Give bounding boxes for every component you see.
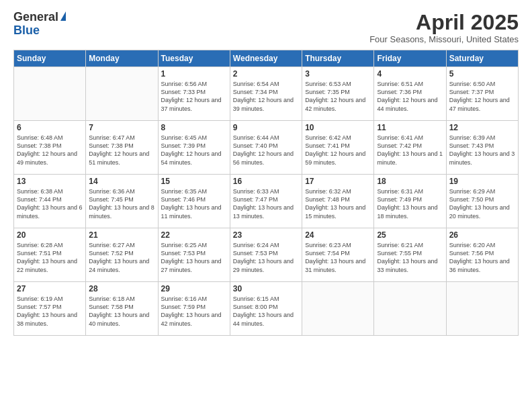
table-row: 4Sunrise: 6:51 AM Sunset: 7:36 PM Daylig… bbox=[374, 67, 446, 121]
logo-blue-text: Blue bbox=[13, 24, 40, 38]
table-row bbox=[374, 282, 446, 336]
cell-date-number: 14 bbox=[89, 177, 154, 186]
calendar-table: Sunday Monday Tuesday Wednesday Thursday… bbox=[13, 50, 519, 336]
subtitle: Four Seasons, Missouri, United States bbox=[369, 34, 519, 44]
cell-info-text: Sunrise: 6:50 AM Sunset: 7:37 PM Dayligh… bbox=[449, 80, 515, 113]
table-row: 6Sunrise: 6:48 AM Sunset: 7:38 PM Daylig… bbox=[14, 121, 86, 175]
table-row: 13Sunrise: 6:38 AM Sunset: 7:44 PM Dayli… bbox=[14, 175, 86, 228]
calendar-week-row: 20Sunrise: 6:28 AM Sunset: 7:51 PM Dayli… bbox=[14, 228, 519, 282]
col-thursday: Thursday bbox=[302, 50, 374, 67]
table-row: 22Sunrise: 6:25 AM Sunset: 7:53 PM Dayli… bbox=[158, 228, 230, 282]
table-row: 8Sunrise: 6:45 AM Sunset: 7:39 PM Daylig… bbox=[158, 121, 230, 175]
cell-info-text: Sunrise: 6:24 AM Sunset: 7:53 PM Dayligh… bbox=[233, 241, 299, 274]
cell-date-number: 7 bbox=[89, 123, 154, 132]
cell-info-text: Sunrise: 6:45 AM Sunset: 7:39 PM Dayligh… bbox=[161, 134, 227, 167]
cell-date-number: 29 bbox=[161, 284, 227, 293]
cell-info-text: Sunrise: 6:25 AM Sunset: 7:53 PM Dayligh… bbox=[161, 241, 227, 274]
cell-date-number: 24 bbox=[305, 230, 371, 240]
cell-date-number: 5 bbox=[449, 69, 515, 79]
table-row: 1Sunrise: 6:56 AM Sunset: 7:33 PM Daylig… bbox=[158, 67, 230, 121]
cell-date-number: 23 bbox=[233, 230, 299, 240]
header: General Blue April 2025 Four Seasons, Mi… bbox=[13, 11, 519, 44]
cell-date-number: 21 bbox=[89, 230, 154, 240]
table-row: 10Sunrise: 6:42 AM Sunset: 7:41 PM Dayli… bbox=[302, 121, 374, 175]
cell-date-number: 15 bbox=[161, 177, 227, 186]
cell-date-number: 27 bbox=[17, 284, 83, 293]
table-row: 21Sunrise: 6:27 AM Sunset: 7:52 PM Dayli… bbox=[86, 228, 158, 282]
cell-info-text: Sunrise: 6:35 AM Sunset: 7:46 PM Dayligh… bbox=[161, 187, 227, 220]
table-row bbox=[14, 67, 86, 121]
cell-info-text: Sunrise: 6:33 AM Sunset: 7:47 PM Dayligh… bbox=[233, 187, 299, 220]
cell-info-text: Sunrise: 6:36 AM Sunset: 7:45 PM Dayligh… bbox=[89, 187, 154, 220]
cell-info-text: Sunrise: 6:15 AM Sunset: 8:00 PM Dayligh… bbox=[233, 295, 299, 328]
table-row: 25Sunrise: 6:21 AM Sunset: 7:55 PM Dayli… bbox=[374, 228, 446, 282]
table-row: 30Sunrise: 6:15 AM Sunset: 8:00 PM Dayli… bbox=[230, 282, 302, 336]
calendar-week-row: 27Sunrise: 6:19 AM Sunset: 7:57 PM Dayli… bbox=[14, 282, 519, 336]
col-monday: Monday bbox=[86, 50, 158, 67]
table-row: 20Sunrise: 6:28 AM Sunset: 7:51 PM Dayli… bbox=[14, 228, 86, 282]
cell-info-text: Sunrise: 6:28 AM Sunset: 7:51 PM Dayligh… bbox=[17, 241, 83, 274]
cell-info-text: Sunrise: 6:32 AM Sunset: 7:48 PM Dayligh… bbox=[305, 187, 371, 220]
cell-date-number: 1 bbox=[161, 69, 227, 79]
month-title: April 2025 bbox=[369, 11, 519, 34]
table-row: 19Sunrise: 6:29 AM Sunset: 7:50 PM Dayli… bbox=[446, 175, 518, 228]
table-row: 18Sunrise: 6:31 AM Sunset: 7:49 PM Dayli… bbox=[374, 175, 446, 228]
calendar-week-row: 1Sunrise: 6:56 AM Sunset: 7:33 PM Daylig… bbox=[14, 67, 519, 121]
cell-date-number: 3 bbox=[305, 69, 371, 79]
cell-info-text: Sunrise: 6:19 AM Sunset: 7:57 PM Dayligh… bbox=[17, 295, 83, 328]
cell-info-text: Sunrise: 6:39 AM Sunset: 7:43 PM Dayligh… bbox=[449, 134, 515, 167]
table-row: 14Sunrise: 6:36 AM Sunset: 7:45 PM Dayli… bbox=[86, 175, 158, 228]
table-row: 7Sunrise: 6:47 AM Sunset: 7:38 PM Daylig… bbox=[86, 121, 158, 175]
cell-info-text: Sunrise: 6:38 AM Sunset: 7:44 PM Dayligh… bbox=[17, 187, 83, 220]
cell-info-text: Sunrise: 6:21 AM Sunset: 7:55 PM Dayligh… bbox=[377, 241, 443, 274]
cell-date-number: 6 bbox=[17, 123, 83, 132]
logo: General Blue bbox=[13, 11, 66, 38]
cell-info-text: Sunrise: 6:41 AM Sunset: 7:42 PM Dayligh… bbox=[377, 134, 443, 167]
cell-info-text: Sunrise: 6:48 AM Sunset: 7:38 PM Dayligh… bbox=[17, 134, 83, 167]
cell-info-text: Sunrise: 6:29 AM Sunset: 7:50 PM Dayligh… bbox=[449, 187, 515, 220]
table-row: 11Sunrise: 6:41 AM Sunset: 7:42 PM Dayli… bbox=[374, 121, 446, 175]
cell-info-text: Sunrise: 6:27 AM Sunset: 7:52 PM Dayligh… bbox=[89, 241, 154, 274]
cell-date-number: 9 bbox=[233, 123, 299, 132]
col-tuesday: Tuesday bbox=[158, 50, 230, 67]
page: General Blue April 2025 Four Seasons, Mi… bbox=[0, 0, 532, 411]
table-row: 17Sunrise: 6:32 AM Sunset: 7:48 PM Dayli… bbox=[302, 175, 374, 228]
cell-info-text: Sunrise: 6:23 AM Sunset: 7:54 PM Dayligh… bbox=[305, 241, 371, 274]
cell-info-text: Sunrise: 6:31 AM Sunset: 7:49 PM Dayligh… bbox=[377, 187, 443, 220]
table-row: 3Sunrise: 6:53 AM Sunset: 7:35 PM Daylig… bbox=[302, 67, 374, 121]
table-row: 5Sunrise: 6:50 AM Sunset: 7:37 PM Daylig… bbox=[446, 67, 518, 121]
cell-date-number: 25 bbox=[377, 230, 443, 240]
table-row bbox=[86, 67, 158, 121]
calendar-week-row: 13Sunrise: 6:38 AM Sunset: 7:44 PM Dayli… bbox=[14, 175, 519, 228]
cell-info-text: Sunrise: 6:54 AM Sunset: 7:34 PM Dayligh… bbox=[233, 80, 299, 113]
table-row: 24Sunrise: 6:23 AM Sunset: 7:54 PM Dayli… bbox=[302, 228, 374, 282]
cell-date-number: 30 bbox=[233, 284, 299, 293]
cell-info-text: Sunrise: 6:53 AM Sunset: 7:35 PM Dayligh… bbox=[305, 80, 371, 113]
cell-info-text: Sunrise: 6:44 AM Sunset: 7:40 PM Dayligh… bbox=[233, 134, 299, 167]
cell-info-text: Sunrise: 6:42 AM Sunset: 7:41 PM Dayligh… bbox=[305, 134, 371, 167]
table-row: 29Sunrise: 6:16 AM Sunset: 7:59 PM Dayli… bbox=[158, 282, 230, 336]
cell-date-number: 22 bbox=[161, 230, 227, 240]
table-row: 12Sunrise: 6:39 AM Sunset: 7:43 PM Dayli… bbox=[446, 121, 518, 175]
cell-info-text: Sunrise: 6:56 AM Sunset: 7:33 PM Dayligh… bbox=[161, 80, 227, 113]
cell-date-number: 18 bbox=[377, 177, 443, 186]
cell-date-number: 8 bbox=[161, 123, 227, 132]
title-block: April 2025 Four Seasons, Missouri, Unite… bbox=[369, 11, 519, 44]
table-row: 15Sunrise: 6:35 AM Sunset: 7:46 PM Dayli… bbox=[158, 175, 230, 228]
cell-date-number: 26 bbox=[449, 230, 515, 240]
cell-date-number: 11 bbox=[377, 123, 443, 132]
table-row: 16Sunrise: 6:33 AM Sunset: 7:47 PM Dayli… bbox=[230, 175, 302, 228]
table-row bbox=[302, 282, 374, 336]
col-friday: Friday bbox=[374, 50, 446, 67]
cell-info-text: Sunrise: 6:47 AM Sunset: 7:38 PM Dayligh… bbox=[89, 134, 154, 167]
cell-date-number: 10 bbox=[305, 123, 371, 132]
table-row: 2Sunrise: 6:54 AM Sunset: 7:34 PM Daylig… bbox=[230, 67, 302, 121]
table-row: 28Sunrise: 6:18 AM Sunset: 7:58 PM Dayli… bbox=[86, 282, 158, 336]
col-wednesday: Wednesday bbox=[230, 50, 302, 67]
table-row: 23Sunrise: 6:24 AM Sunset: 7:53 PM Dayli… bbox=[230, 228, 302, 282]
cell-date-number: 19 bbox=[449, 177, 515, 186]
cell-date-number: 13 bbox=[17, 177, 83, 186]
cell-info-text: Sunrise: 6:20 AM Sunset: 7:56 PM Dayligh… bbox=[449, 241, 515, 274]
cell-info-text: Sunrise: 6:51 AM Sunset: 7:36 PM Dayligh… bbox=[377, 80, 443, 113]
cell-info-text: Sunrise: 6:18 AM Sunset: 7:58 PM Dayligh… bbox=[89, 295, 154, 328]
